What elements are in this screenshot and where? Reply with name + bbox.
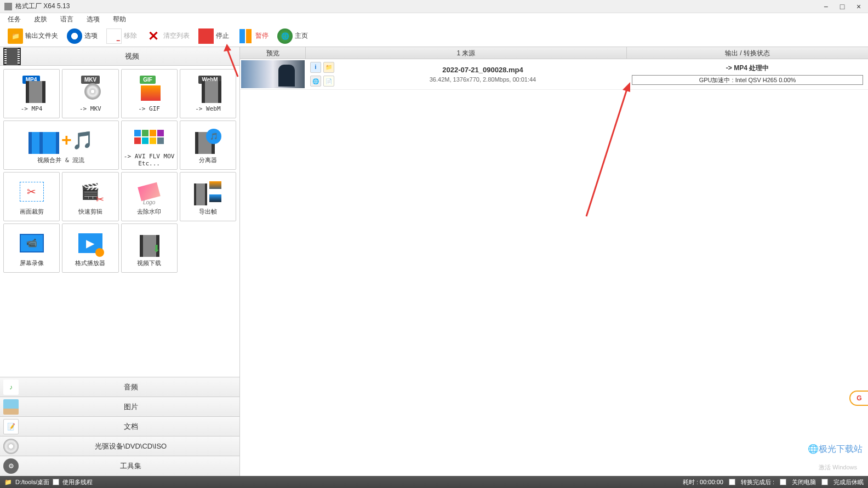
bubble-button[interactable]: G [849,391,868,406]
statusbar: 📁 D:/tools/桌面 ✓ 使用多线程 耗时 : 00:00:00 转换完成… [0,476,868,488]
output-folder-button[interactable]: 📁 输出文件夹 [4,26,61,46]
gif-icon: GIF [135,76,163,103]
window-controls: − □ × [821,2,864,12]
close-button[interactable]: × [854,2,864,12]
crop-icon: ✂ [18,178,45,205]
info-icon[interactable]: i [310,62,321,73]
sidebar-video-header[interactable]: 视频 [0,47,239,66]
document-icon: 📝 [3,419,19,434]
mkv-icon: MKV [77,76,104,103]
col-preview[interactable]: 预览 [240,47,306,59]
format-grid: MP4 -> MP4 MKV -> MKV GIF -> GIF WebM ->… [0,66,239,377]
clear-list-button[interactable]: ✕ 清空列表 [142,26,193,46]
home-button[interactable]: 🌐 主页 [274,26,311,46]
download-icon: ⬇ [135,229,163,257]
open-folder-icon[interactable]: 📁 [323,62,334,73]
menu-help[interactable]: 帮助 [110,14,129,25]
multithread-checkbox[interactable]: ✓ [53,479,59,485]
toolbar: 📁 输出文件夹 选项 移除 ✕ 清空列表 停止 暂停 🌐 主页 [0,25,868,47]
menu-language[interactable]: 语言 [57,14,77,25]
titlebar: 格式工厂 X64 5.13 − □ × [0,0,868,13]
category-disc[interactable]: 光驱设备\DVD\CD\ISO [0,437,239,456]
edit-icon: 🎬✂ [77,178,104,205]
options-icon [67,28,82,44]
elapsed-time: 耗时 : 00:00:00 [683,478,723,486]
category-image[interactable]: 图片 [0,397,239,417]
after-convert-label: 转换完成后 : [741,478,774,486]
format-avi[interactable]: -> AVI FLV MOV Etc... [121,120,178,170]
globe-icon[interactable]: 🌐 [310,76,321,87]
format-edit[interactable]: 🎬✂ 快速剪辑 [62,172,118,221]
format-frames[interactable]: 导出帧 [180,172,236,221]
task-thumbnail [241,60,305,88]
format-splitter[interactable]: 🎵 分离器 [180,120,236,170]
window-title: 格式工厂 X64 5.13 [15,2,821,11]
tools-icon: ⚙ [3,458,19,474]
format-mkv[interactable]: MKV -> MKV [62,69,118,118]
folder-mini-icon: 📁 [4,479,12,486]
output-path[interactable]: D:/tools/桌面 [15,478,49,486]
image-icon [3,399,19,415]
format-record[interactable]: 📹 屏幕录像 [3,223,60,273]
record-icon: 📹 [18,229,45,257]
stop-icon [198,28,214,44]
menu-task[interactable]: 任务 [4,14,24,25]
menu-skin[interactable]: 皮肤 [31,14,50,25]
task-details: 36.42M, 1376x770, 2.80Mbps, 00:01:44 [430,76,536,83]
format-webm[interactable]: WebM -> WebM [180,69,236,118]
player-icon: ▶ [77,229,104,257]
doc-icon[interactable]: 📄 [323,76,334,87]
stop-button[interactable]: 停止 [195,26,232,46]
format-merge[interactable]: + 🎵 视频合并 & 混流 [3,120,119,170]
app-icon [4,3,12,10]
content-header: 预览 1 来源 输出 / 转换状态 [240,47,868,59]
main-content: 视频 MP4 -> MP4 MKV -> MKV GIF -> GIF WebM… [0,47,868,476]
disc-icon [3,439,19,454]
task-preview [240,59,306,89]
format-mp4[interactable]: MP4 -> MP4 [3,69,60,118]
hibernate-checkbox[interactable] [821,479,828,485]
merge-icon: + 🎵 [22,127,99,154]
audio-icon: ♪ [3,380,19,395]
menubar: 任务 皮肤 语言 选项 帮助 [0,13,868,25]
options-button[interactable]: 选项 [64,26,101,46]
maximize-button[interactable]: □ [837,2,847,12]
activate-watermark: 激活 Windows [819,463,857,472]
task-status: -> MP4 处理中 GPU加速中 : Intel QSV H265 0.00% [627,59,868,89]
category-audio[interactable]: ♪ 音频 [0,377,239,397]
avi-icon [135,123,163,151]
menu-options[interactable]: 选项 [83,14,103,25]
home-icon: 🌐 [277,28,293,44]
hibernate-label: 完成后休眠 [833,478,864,486]
task-icons: i 📁 🌐 📄 [306,59,339,89]
after-convert-checkbox[interactable] [729,479,735,485]
category-document[interactable]: 📝 文档 [0,417,239,437]
task-progress: GPU加速中 : Intel QSV H265 0.00% [632,75,863,85]
pause-button[interactable]: 暂停 [235,26,272,46]
shutdown-label: 关闭电脑 [792,478,816,486]
sidebar: 视频 MP4 -> MP4 MKV -> MKV GIF -> GIF WebM… [0,47,240,476]
shutdown-checkbox[interactable] [780,479,786,485]
format-player[interactable]: ▶ 格式播放器 [62,223,118,273]
format-crop[interactable]: ✂ 画面裁剪 [3,172,60,221]
col-source[interactable]: 1 来源 [306,47,627,59]
sidebar-categories: ♪ 音频 图片 📝 文档 光驱设备\DVD\CD\ISO ⚙ 工具集 [0,377,239,476]
format-download[interactable]: ⬇ 视频下载 [121,223,178,273]
frames-icon [194,178,221,205]
category-tools[interactable]: ⚙ 工具集 [0,456,239,476]
clear-icon: ✕ [146,28,161,44]
remove-button[interactable]: 移除 [103,26,140,46]
multithread-label: 使用多线程 [62,478,93,486]
task-status-label: -> MP4 处理中 [726,64,769,73]
format-gif[interactable]: GIF -> GIF [121,69,178,118]
pause-icon [238,28,253,44]
format-watermark[interactable]: Logo 去除水印 [121,172,178,221]
content-area: 预览 1 来源 输出 / 转换状态 i 📁 🌐 📄 2022-07-21_090… [240,47,868,476]
task-filename: 2022-07-21_090028.mp4 [442,66,523,74]
task-row[interactable]: i 📁 🌐 📄 2022-07-21_090028.mp4 36.42M, 13… [240,59,868,90]
webm-icon: WebM [194,76,221,103]
remove-icon [106,28,122,44]
col-status[interactable]: 输出 / 转换状态 [627,47,868,59]
minimize-button[interactable]: − [821,2,831,12]
splitter-icon: 🎵 [194,127,221,154]
